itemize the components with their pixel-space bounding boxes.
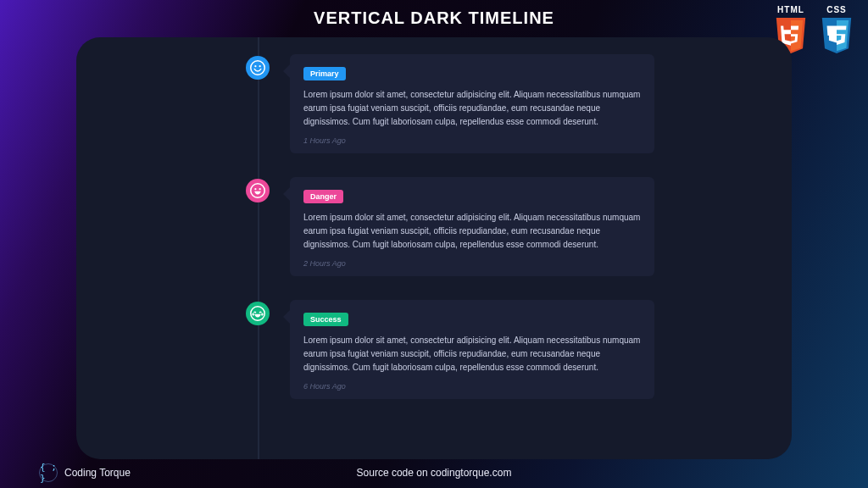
timeline-card: Success Lorem ipsum dolor sit amet, cons… xyxy=(290,300,654,399)
css3-icon xyxy=(819,16,854,57)
page-title: VERTICAL DARK TIMELINE xyxy=(0,0,868,28)
footer-brand[interactable]: { ; } Coding Torque xyxy=(39,463,131,482)
timeline-body: Lorem ipsum dolor sit amet, consectetur … xyxy=(303,211,641,252)
timeline-body: Lorem ipsum dolor sit amet, consectetur … xyxy=(303,334,641,374)
smile-icon xyxy=(246,56,270,80)
timeline-item: Primary Lorem ipsum dolor sit amet, cons… xyxy=(246,54,792,153)
status-badge: Danger xyxy=(303,190,343,203)
timeline-panel: Primary Lorem ipsum dolor sit amet, cons… xyxy=(76,37,792,459)
footer: { ; } Coding Torque Source code on codin… xyxy=(0,463,868,483)
svg-point-3 xyxy=(251,184,265,198)
timeline: Primary Lorem ipsum dolor sit amet, cons… xyxy=(246,37,792,459)
brand-name: Coding Torque xyxy=(64,467,131,479)
timeline-time: 2 Hours Ago xyxy=(303,259,641,268)
timeline-body: Lorem ipsum dolor sit amet, consectetur … xyxy=(303,88,641,129)
grin-icon xyxy=(246,179,270,202)
status-badge: Primary xyxy=(303,67,346,80)
svg-point-2 xyxy=(259,65,261,67)
footer-source-link[interactable]: Source code on codingtorque.com xyxy=(357,467,512,479)
timeline-item: Success Lorem ipsum dolor sit amet, cons… xyxy=(246,300,792,399)
svg-point-7 xyxy=(252,313,254,316)
timeline-item: Danger Lorem ipsum dolor sit amet, conse… xyxy=(246,177,792,276)
laugh-icon xyxy=(246,302,270,325)
css3-badge: CSS xyxy=(817,5,856,57)
svg-point-5 xyxy=(259,188,261,190)
svg-point-0 xyxy=(251,61,265,75)
timeline-time: 1 Hours Ago xyxy=(303,136,641,145)
timeline-card: Danger Lorem ipsum dolor sit amet, conse… xyxy=(290,177,654,276)
svg-point-1 xyxy=(254,65,256,67)
svg-point-4 xyxy=(254,188,256,190)
brand-logo-icon: { ; } xyxy=(39,463,58,482)
html-label: HTML xyxy=(777,5,804,14)
status-badge: Success xyxy=(303,313,348,326)
css-label: CSS xyxy=(826,5,847,14)
svg-point-8 xyxy=(261,313,264,316)
timeline-time: 6 Hours Ago xyxy=(303,382,641,391)
timeline-card: Primary Lorem ipsum dolor sit amet, cons… xyxy=(290,54,654,153)
